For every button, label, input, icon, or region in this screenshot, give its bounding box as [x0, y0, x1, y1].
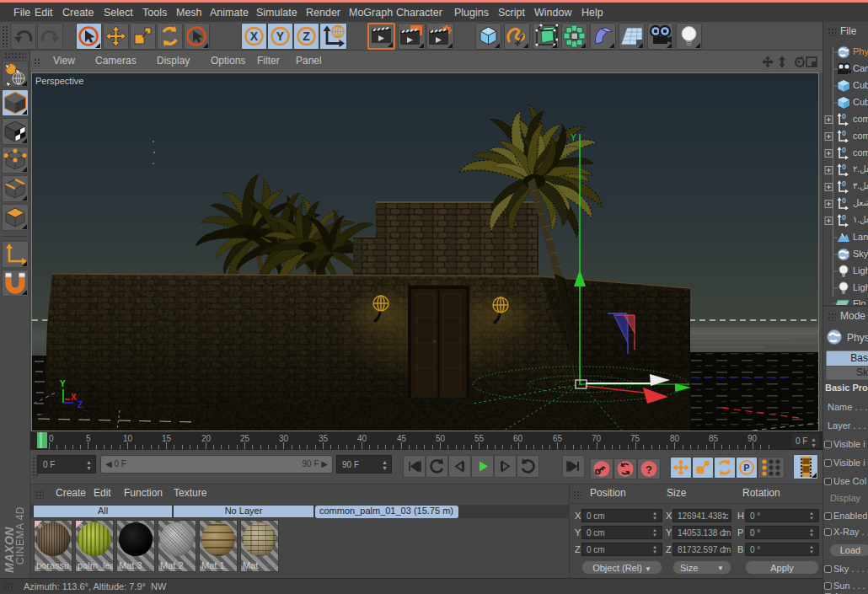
svg-text:0: 0 — [842, 129, 846, 137]
svg-text:X: X — [250, 29, 259, 43]
svg-text:P: P — [744, 463, 750, 473]
svg-text:Z: Z — [78, 400, 83, 409]
svg-text:0: 0 — [842, 163, 846, 171]
svg-text:0: 0 — [842, 196, 846, 205]
svg-text:?: ? — [646, 463, 652, 476]
svg-text:0: 0 — [842, 213, 846, 222]
svg-text:0: 0 — [842, 179, 846, 188]
svg-text:Y: Y — [276, 29, 285, 43]
svg-text:Y: Y — [60, 379, 66, 388]
svg-text:0: 0 — [842, 112, 846, 120]
svg-text:Z: Z — [303, 29, 310, 43]
svg-text:0: 0 — [842, 146, 846, 154]
svg-text:Y: Y — [571, 133, 576, 142]
svg-text:X: X — [71, 393, 77, 402]
